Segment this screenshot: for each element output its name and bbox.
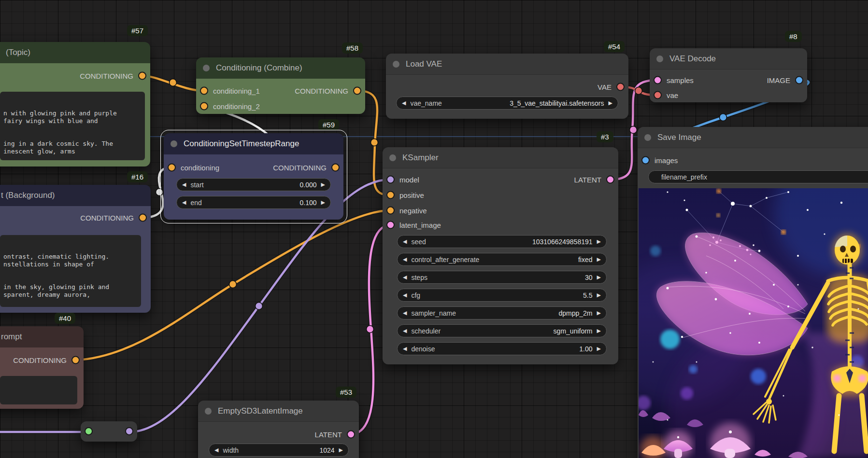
prev-option-arrow-icon[interactable]: ◀ [403, 310, 407, 316]
collapse-dot-icon[interactable] [203, 65, 210, 71]
widget-cfg[interactable]: ◀ cfg 5.5 ▶ [397, 289, 607, 302]
decrement-arrow-icon[interactable]: ◀ [403, 238, 407, 245]
input-latent-image[interactable]: latent_image [386, 221, 446, 229]
input-positive[interactable]: positive [386, 191, 429, 199]
conditioning-port-icon[interactable] [168, 164, 176, 172]
conditioning-port-icon[interactable] [71, 356, 80, 364]
increment-arrow-icon[interactable]: ▶ [321, 181, 325, 188]
widget-end[interactable]: ◀ end 0.100 ▶ [176, 196, 331, 209]
node-title-bar[interactable]: Conditioning (Combine) [196, 57, 365, 79]
link-dot[interactable] [229, 281, 237, 288]
next-option-arrow-icon[interactable]: ▶ [597, 328, 601, 334]
increment-arrow-icon[interactable]: ▶ [597, 346, 601, 352]
decrement-arrow-icon[interactable]: ◀ [403, 274, 407, 280]
node-title-bar[interactable]: rompt [0, 326, 84, 347]
image-port-icon[interactable] [795, 76, 803, 84]
output-latent[interactable]: LATENT [310, 430, 355, 439]
node-title-bar[interactable]: VAE Decode [650, 48, 807, 69]
conditioning-port-icon[interactable] [331, 164, 340, 172]
link-dot[interactable] [170, 79, 177, 86]
prompt-text-widget[interactable]: ontrast, cinematic lighting.nstellations… [0, 235, 141, 307]
input-conditioning-2[interactable]: conditioning_2 [200, 102, 265, 111]
increment-arrow-icon[interactable]: ▶ [339, 447, 343, 453]
collapse-dot-icon[interactable] [393, 61, 399, 68]
link-dot[interactable] [630, 126, 637, 134]
node-title-bar[interactable]: Save Image [638, 127, 868, 148]
node-prompt[interactable]: rompt CONDITIONING [0, 326, 84, 409]
conditioning-port-icon[interactable] [138, 72, 146, 80]
conditioning-port-icon[interactable] [200, 102, 208, 111]
collapse-dot-icon[interactable] [656, 56, 663, 62]
widget-scheduler[interactable]: ◀ scheduler sgm_uniform ▶ [397, 324, 607, 337]
node-load-vae[interactable]: Load VAE VAE ◀ vae_name 3_5_vae_stabilit… [386, 54, 628, 119]
collapse-dot-icon[interactable] [171, 140, 177, 147]
latent-port-icon[interactable] [386, 221, 395, 229]
link-dot[interactable] [371, 139, 378, 146]
decrement-arrow-icon[interactable]: ◀ [182, 181, 186, 188]
link-dot[interactable] [156, 189, 163, 196]
input-conditioning[interactable]: conditioning [168, 164, 224, 172]
link-dot[interactable] [367, 326, 374, 333]
node-title-bar[interactable]: EmptySD3LatentImage [198, 401, 359, 422]
latent-port-icon[interactable] [654, 76, 662, 84]
input-images[interactable]: images [641, 156, 683, 165]
comfyui-node-graph-canvas[interactable]: #57 (Topic) CONDITIONING n with glowing … [0, 0, 868, 458]
increment-arrow-icon[interactable]: ▶ [597, 292, 601, 298]
input-samples[interactable]: samples [654, 76, 698, 84]
prev-option-arrow-icon[interactable]: ◀ [403, 328, 407, 334]
decrement-arrow-icon[interactable]: ◀ [403, 346, 407, 352]
node-title-bar[interactable]: t (Background) [0, 185, 151, 206]
collapse-dot-icon[interactable] [644, 134, 651, 141]
decrement-arrow-icon[interactable]: ◀ [214, 447, 218, 453]
link-dot[interactable] [635, 87, 642, 95]
node-topic[interactable]: (Topic) CONDITIONING n with glowing pink… [0, 42, 150, 167]
model-port-icon[interactable] [386, 176, 395, 184]
next-option-arrow-icon[interactable]: ▶ [597, 310, 601, 316]
widget-steps[interactable]: ◀ steps 30 ▶ [397, 271, 607, 284]
conditioning-port-icon[interactable] [386, 207, 395, 215]
conditioning-port-icon[interactable] [386, 191, 395, 199]
output-latent[interactable]: LATENT [569, 176, 614, 184]
node-title-bar[interactable]: Load VAE [386, 54, 628, 75]
output-conditioning[interactable]: CONDITIONING [8, 356, 80, 364]
node-title-bar[interactable]: KSampler [383, 147, 618, 168]
prev-option-arrow-icon[interactable]: ◀ [403, 256, 407, 263]
node-empty-sd3-latent-image[interactable]: EmptySD3LatentImage LATENT ◀ width 1024 … [198, 401, 359, 458]
conditioning-port-icon[interactable] [353, 87, 361, 95]
collapse-dot-icon[interactable] [389, 154, 396, 161]
collapse-dot-icon[interactable] [205, 408, 212, 415]
input-negative[interactable]: negative [386, 207, 432, 215]
node-title-bar[interactable]: ConditioningSetTimestepRange [164, 133, 343, 154]
link-dot[interactable] [720, 114, 727, 121]
node-background-prompt[interactable]: t (Background) CONDITIONING ontrast, cin… [0, 185, 151, 313]
node-conditioning-combine[interactable]: Conditioning (Combine) conditioning_1 co… [196, 57, 365, 114]
output-conditioning[interactable]: CONDITIONING [75, 72, 146, 80]
output-conditioning[interactable]: CONDITIONING [290, 87, 361, 95]
widget-width[interactable]: ◀ width 1024 ▶ [209, 444, 349, 457]
widget-denoise[interactable]: ◀ denoise 1.00 ▶ [397, 342, 607, 355]
prompt-text-widget[interactable]: n with glowing pink and purplefairy wing… [0, 92, 145, 160]
output-image[interactable]: IMAGE [762, 76, 803, 84]
input-model[interactable]: model [386, 176, 424, 184]
output-vae[interactable]: VAE [593, 83, 625, 91]
reroute-output-port-icon[interactable] [125, 427, 133, 435]
widget-start[interactable]: ◀ start 0.000 ▶ [176, 178, 331, 191]
next-option-arrow-icon[interactable]: ▶ [609, 100, 612, 106]
node-ksampler[interactable]: KSampler model positive negative latent_… [383, 147, 618, 364]
node-conditioning-set-timestep-range[interactable]: ConditioningSetTimestepRange conditionin… [164, 133, 343, 220]
output-conditioning[interactable]: CONDITIONING [268, 164, 340, 172]
next-option-arrow-icon[interactable]: ▶ [597, 256, 601, 263]
node-save-image[interactable]: Save Image images filename_prefix [638, 127, 868, 458]
prompt-text-widget[interactable] [0, 376, 77, 404]
widget-seed[interactable]: ◀ seed 1031066249858191 ▶ [397, 235, 607, 248]
increment-arrow-icon[interactable]: ▶ [321, 199, 325, 206]
node-vae-decode[interactable]: VAE Decode samples vae IMAGE [650, 48, 807, 102]
vae-port-icon[interactable] [616, 83, 625, 91]
prev-option-arrow-icon[interactable]: ◀ [402, 100, 406, 106]
input-vae[interactable]: vae [654, 91, 683, 99]
output-conditioning[interactable]: CONDITIONING [75, 214, 147, 222]
latent-port-icon[interactable] [606, 176, 614, 184]
node-title-bar[interactable]: (Topic) [0, 42, 150, 63]
reroute-input-port-icon[interactable] [85, 427, 93, 435]
decrement-arrow-icon[interactable]: ◀ [182, 199, 186, 206]
